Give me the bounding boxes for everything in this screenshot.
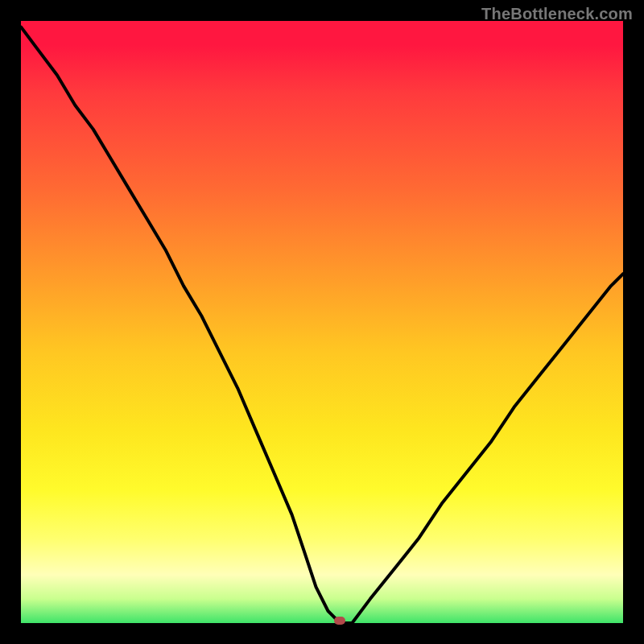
chart-frame: TheBottleneck.com xyxy=(0,0,644,644)
curve-path xyxy=(21,27,623,624)
watermark-text: TheBottleneck.com xyxy=(481,5,633,23)
minimum-marker xyxy=(334,617,345,625)
plot-area xyxy=(21,21,623,623)
bottleneck-curve xyxy=(21,21,623,623)
